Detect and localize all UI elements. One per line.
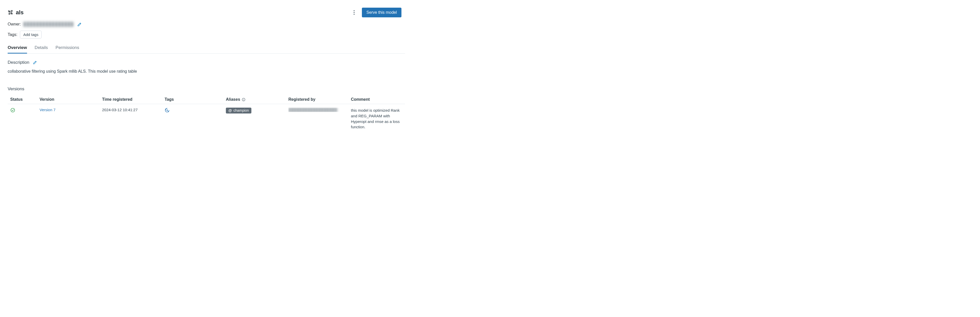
versions-table-header: Status Version Time registered Tags Alia… <box>8 95 405 104</box>
description-text: collaborative filtering using Spark mlli… <box>8 69 405 74</box>
th-aliases[interactable]: Aliases <box>226 97 288 102</box>
svg-point-9 <box>353 10 355 11</box>
status-ready-icon <box>10 109 15 114</box>
comment-value: this model is optimized Rank and REG_PAR… <box>351 108 405 130</box>
versions-table: Status Version Time registered Tags Alia… <box>8 95 405 133</box>
add-version-tag-button[interactable] <box>165 108 170 113</box>
svg-point-11 <box>353 14 355 15</box>
alias-name: champion <box>234 108 249 113</box>
version-link[interactable]: Version 7 <box>40 108 56 112</box>
tab-overview[interactable]: Overview <box>8 45 27 53</box>
th-comment[interactable]: Comment <box>351 97 405 102</box>
svg-line-4 <box>9 11 11 11</box>
page-title: als <box>16 9 24 16</box>
th-time-registered[interactable]: Time registered <box>102 97 165 102</box>
th-version[interactable]: Version <box>40 97 102 102</box>
svg-point-15 <box>11 108 15 112</box>
svg-point-2 <box>9 13 10 14</box>
more-actions-button[interactable] <box>351 8 357 17</box>
model-icon <box>8 10 13 15</box>
tab-permissions[interactable]: Permissions <box>56 45 80 53</box>
tab-details[interactable]: Details <box>35 45 48 53</box>
add-tags-button[interactable]: Add tags <box>20 31 41 38</box>
edit-description-button[interactable] <box>32 59 38 65</box>
th-aliases-label: Aliases <box>226 97 240 102</box>
serve-model-button[interactable]: Serve this model <box>362 8 401 17</box>
table-row: Version 7 2024-03-12 10:41:27 <box>8 104 405 133</box>
tags-label: Tags: <box>8 32 18 37</box>
owner-value: ████████████████ <box>24 22 74 27</box>
registered-by-value: ██████████████████ <box>288 108 351 112</box>
description-heading: Description <box>8 60 29 65</box>
svg-point-1 <box>11 11 12 11</box>
th-tags[interactable]: Tags <box>165 97 226 102</box>
svg-point-0 <box>8 11 10 11</box>
tag-plus-icon <box>165 108 170 113</box>
svg-line-8 <box>10 11 11 13</box>
pencil-icon <box>33 60 37 65</box>
edit-owner-button[interactable] <box>76 21 83 27</box>
th-registered-by[interactable]: Registered by <box>288 97 351 102</box>
info-icon[interactable] <box>242 98 245 101</box>
th-status[interactable]: Status <box>10 97 40 102</box>
alias-at-symbol: @ <box>228 108 232 113</box>
pencil-icon <box>77 22 82 27</box>
owner-label: Owner: <box>8 22 21 27</box>
versions-heading: Versions <box>8 86 405 92</box>
svg-point-10 <box>353 12 355 13</box>
svg-line-5 <box>9 11 10 13</box>
alias-pill[interactable]: @ champion <box>226 108 251 114</box>
time-registered-value: 2024-03-12 10:41:27 <box>102 108 165 112</box>
kebab-icon <box>353 10 355 15</box>
tabs: Overview Details Permissions <box>8 45 405 54</box>
